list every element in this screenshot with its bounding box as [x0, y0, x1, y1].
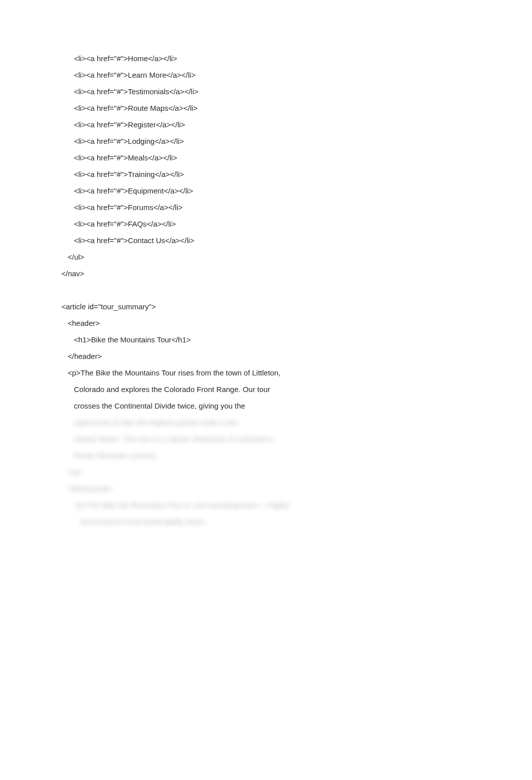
code-line: <p>The Bike the Mountains Tour is <em>am… [55, 497, 487, 513]
code-line: <blockquote> [55, 480, 487, 497]
code-line: <li><a href="#">Lodging</a></li> [55, 133, 487, 149]
code-line: </nav> [55, 265, 487, 282]
code-line: <li><a href="#">Home</a></li> [55, 50, 487, 67]
code-line: United States. This tour is a classic sh… [55, 431, 487, 447]
code-line: crosses the Continental Divide twice, gi… [55, 398, 487, 414]
code-line: <li><a href="#">Forums</a></li> [55, 199, 487, 216]
code-line: <li><a href="#">Route Maps</a></li> [55, 100, 487, 116]
code-line: </header> [55, 348, 487, 364]
code-line: <li><a href="#">Contact Us</a></li> [55, 232, 487, 249]
code-line: <li><a href="#">Meals</a></li> [55, 149, 487, 166]
code-line: Colorado and explores the Colorado Front… [55, 381, 487, 398]
code-line: Rocky Mountain scenery. [55, 447, 487, 464]
code-line: <article id="tour_summary"> [55, 298, 487, 315]
code-line: opportunity to bike the highest paved ro… [55, 414, 487, 431]
code-line: <li><a href="#">Learn More</a></li> [55, 67, 487, 83]
code-line: </ul> [55, 249, 487, 265]
blank-line [55, 282, 487, 298]
code-line: <li><a href="#">Testimonials</a></li> [55, 83, 487, 100]
code-line: recommend it and would gladly return. [55, 513, 487, 530]
code-line: <li><a href="#">Equipment</a></li> [55, 182, 487, 199]
code-line: <header> [55, 315, 487, 331]
code-line: <li><a href="#">Training</a></li> [55, 166, 487, 182]
code-line: <li><a href="#">Register</a></li> [55, 116, 487, 133]
code-line: <p>The Bike the Mountains Tour rises fro… [55, 364, 487, 381]
code-line: </p> [55, 464, 487, 480]
code-line: <li><a href="#">FAQs</a></li> [55, 216, 487, 232]
code-line: <h1>Bike the Mountains Tour</h1> [55, 331, 487, 348]
code-snippet: <li><a href="#">Home</a></li> <li><a hre… [55, 50, 487, 530]
